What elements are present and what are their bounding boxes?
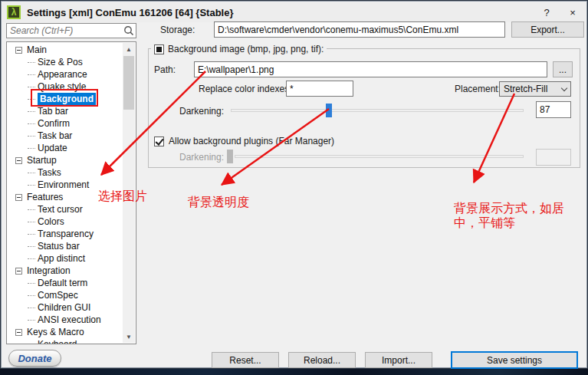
tree-item-app-distinct[interactable]: App distinct [7, 252, 123, 265]
tree-item-label: ANSI execution [38, 314, 101, 326]
darkening-slider-thumb[interactable] [326, 104, 332, 117]
search-input[interactable] [7, 25, 122, 36]
scrollbar-thumb[interactable] [123, 56, 134, 110]
background-image-title: Background image (bmp, jpg, png, tif): [168, 44, 324, 54]
annotation-placement-note: 背景展示方式，如居 中，平铺等 [454, 201, 564, 230]
tree-item-label: Tab bar [38, 105, 68, 117]
chevron-down-icon [558, 82, 570, 96]
scroll-up-icon[interactable]: ▲ [123, 43, 135, 55]
tree-item-label: Integration [27, 265, 71, 277]
tree-item-confirm[interactable]: Confirm [7, 117, 123, 130]
title-bar: λ Settings [xml] ConEmu 161206 [64] {Sta… [2, 2, 586, 22]
collapse-icon[interactable] [15, 194, 22, 201]
darkening-label: Darkening: [179, 106, 224, 117]
tree-item-label: ComSpec [38, 289, 78, 301]
tree-item-text-cursor[interactable]: Text cursor [7, 203, 123, 215]
annotation-slider-note: 背景透明度 [188, 195, 249, 209]
allow-plugins-row[interactable]: Allow background plugins (Far Manager) [154, 136, 334, 146]
collapse-icon[interactable] [15, 47, 22, 54]
tree-item-background[interactable]: Background [7, 93, 123, 105]
donate-button[interactable]: Donate [8, 350, 61, 367]
path-label: Path: [154, 64, 176, 75]
tree-item-keys-macro[interactable]: Keys & Macro [7, 326, 123, 338]
conemu-logo-icon: λ [7, 5, 21, 19]
tree-item-label: Quake style [38, 81, 86, 93]
tree-item-label: Transparency [38, 228, 94, 240]
collapse-icon[interactable] [15, 157, 22, 164]
plugins-darkening-label: Darkening: [179, 152, 224, 163]
tree-item-startup[interactable]: Startup [7, 154, 123, 166]
collapse-icon[interactable] [15, 268, 22, 275]
scroll-down-icon[interactable]: ▼ [123, 331, 135, 343]
tree-item-default-term[interactable]: Default term [7, 277, 123, 289]
placement-dropdown[interactable]: Stretch-Fill [499, 81, 571, 97]
search-box [6, 23, 136, 38]
tree-item-label: Tasks [38, 166, 61, 179]
export-button[interactable]: Export... [511, 21, 584, 38]
allow-plugins-checkbox[interactable] [154, 137, 164, 146]
tree-item-task-bar[interactable]: Task bar [7, 130, 123, 142]
tree-item-status-bar[interactable]: Status bar [7, 240, 123, 252]
tree-item-label: Size & Pos [38, 56, 83, 68]
browse-button[interactable]: ... [553, 61, 573, 77]
tree-item-label: Background [38, 93, 96, 105]
tree-item-label: Colors [38, 215, 64, 228]
tree-item-label: Environment [38, 179, 89, 191]
tree-item-transparency[interactable]: Transparency [7, 228, 123, 240]
tree-item-label: Main [27, 44, 47, 56]
settings-window: λ Settings [xml] ConEmu 161206 [64] {Sta… [0, 0, 588, 369]
tree-item-label: App distinct [38, 252, 85, 265]
tree-item-children-gui[interactable]: Children GUI [7, 301, 123, 314]
collapse-icon[interactable] [15, 329, 22, 336]
allow-plugins-label: Allow background plugins (Far Manager) [169, 136, 334, 146]
placement-value: Stretch-Fill [500, 84, 558, 94]
replace-color-indexes-field[interactable] [286, 81, 353, 97]
storage-label: Storage: [160, 25, 195, 35]
plugins-darkening-slider-thumb [227, 150, 233, 163]
darkening-slider-track[interactable] [231, 109, 524, 112]
tree-item-label: Confirm [38, 117, 70, 130]
background-image-checkbox[interactable] [154, 44, 164, 54]
save-settings-button[interactable]: Save settings [451, 351, 578, 369]
window-title: Settings [xml] ConEmu 161206 [64] {Stabl… [27, 7, 233, 18]
reset-button[interactable]: Reset... [212, 352, 279, 368]
replace-color-indexes-label: Replace color indexes: [199, 84, 291, 94]
tree-item-label: Keys & Macro [27, 326, 84, 338]
tree-item-label: Task bar [38, 130, 72, 142]
tree-item-main[interactable]: Main [7, 44, 123, 56]
tree-item-label: Default term [38, 277, 87, 289]
help-button[interactable]: ? [534, 3, 560, 21]
tree-item-update[interactable]: Update [7, 142, 123, 154]
desktop-edge [0, 369, 588, 375]
search-icon [122, 25, 136, 37]
path-field[interactable] [194, 61, 547, 77]
tree-item-label: Text cursor [38, 203, 83, 215]
reload-button[interactable]: Reload... [288, 352, 356, 368]
annotation-tree-note: 选择图片 [98, 189, 147, 203]
tree-item-label: Keyboard [38, 338, 77, 344]
tree-item-integration[interactable]: Integration [7, 265, 123, 277]
darkening-value-field[interactable] [536, 101, 571, 118]
import-button[interactable]: Import... [365, 352, 432, 368]
storage-path-field[interactable] [214, 21, 505, 38]
tree-item-colors[interactable]: Colors [7, 215, 123, 228]
tree-item-label: Appearance [38, 68, 87, 81]
tree-item-tasks[interactable]: Tasks [7, 166, 123, 179]
tree-item-ansi-execution[interactable]: ANSI execution [7, 314, 123, 326]
plugins-darkening-value-field [536, 149, 571, 166]
tree-item-size-pos[interactable]: Size & Pos [7, 56, 123, 68]
placement-label: Placement: [455, 84, 501, 94]
tree-item-label: Status bar [38, 240, 80, 252]
tree-item-tab-bar[interactable]: Tab bar [7, 105, 123, 117]
tree-item-label: Update [38, 142, 67, 154]
plugins-darkening-slider-track [235, 155, 524, 158]
tree-item-label: Children GUI [38, 301, 90, 314]
tree-item-label: Features [27, 191, 63, 203]
tree-item-label: Startup [27, 154, 57, 166]
background-image-legend: Background image (bmp, jpg, png, tif): [151, 44, 327, 54]
tree-item-appearance[interactable]: Appearance [7, 68, 123, 81]
tree-item-keyboard[interactable]: Keyboard [7, 338, 123, 344]
close-button[interactable]: × [560, 3, 586, 21]
tree-item-comspec[interactable]: ComSpec [7, 289, 123, 301]
tree-item-quake-style[interactable]: Quake style [7, 81, 123, 93]
